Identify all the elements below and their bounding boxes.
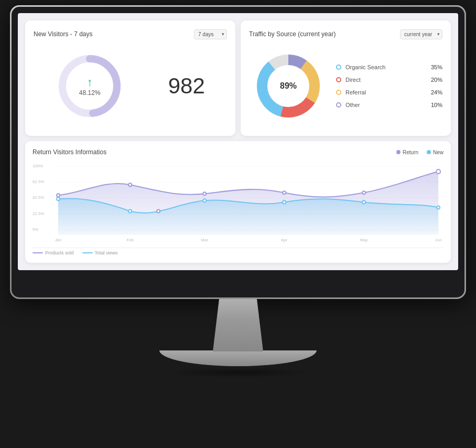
pie-center-text: 89% [280, 81, 297, 91]
monitor-bottom-bar [18, 272, 458, 282]
svg-text:62.5%: 62.5% [33, 179, 44, 184]
footer-line-views [82, 252, 93, 253]
top-row: New Visitors - 7 days 7 days 30 days 90 … [25, 20, 451, 136]
imac-container: New Visitors - 7 days 7 days 30 days 90 … [0, 0, 476, 448]
new-visitors-header: New Visitors - 7 days 7 days 30 days 90 … [34, 29, 227, 39]
visitors-content: ↑ 48.12% 982 [34, 45, 227, 127]
svg-text:Jun: Jun [435, 238, 442, 242]
footer-views: Total views [82, 250, 118, 255]
dashboard: New Visitors - 7 days 7 days 30 days 90 … [18, 13, 458, 270]
svg-point-27 [203, 199, 206, 202]
new-visitors-title: New Visitors - 7 days [34, 30, 92, 38]
legend-new-dot [427, 150, 431, 154]
legend-item-referral: Referral 24% [336, 89, 442, 95]
chart-footer: Products sold Total views [33, 248, 443, 255]
visitors-count: 982 [168, 73, 205, 99]
traffic-card: Traffic by Source (current year) current… [241, 20, 451, 136]
chart-legend: Return New [396, 150, 443, 155]
svg-point-30 [437, 206, 440, 209]
return-visitors-title: Return Visitors Informatios [33, 148, 106, 156]
legend-pct-organic: 35% [431, 64, 442, 70]
return-visitors-header: Return Visitors Informatios Return New [33, 148, 443, 156]
legend-pct-direct: 20% [431, 77, 442, 83]
legend-label-referral: Referral [345, 89, 427, 95]
stand-neck [207, 299, 269, 351]
svg-point-29 [362, 201, 365, 204]
traffic-dropdown[interactable]: current year last year [400, 29, 442, 39]
svg-text:Feb: Feb [126, 238, 134, 242]
footer-products: Products sold [33, 250, 74, 255]
svg-point-28 [283, 201, 286, 204]
traffic-legend: Organic Search 35% Direct 20% [336, 64, 442, 108]
svg-text:May: May [360, 238, 368, 242]
legend-dot-direct [336, 77, 341, 82]
legend-item-other: Other 10% [336, 102, 442, 108]
monitor-bezel: New Visitors - 7 days 7 days 30 days 90 … [12, 7, 464, 297]
svg-point-24 [436, 169, 440, 174]
svg-point-26 [128, 210, 132, 213]
legend-label-other: Other [345, 102, 427, 108]
traffic-title: Traffic by Source (current year) [249, 30, 336, 38]
svg-point-23 [362, 191, 365, 194]
svg-text:42.5%: 42.5% [33, 195, 44, 200]
svg-point-25 [57, 198, 60, 201]
legend-dot-other [336, 102, 341, 108]
legend-return-dot [396, 150, 401, 154]
legend-item-organic: Organic Search 35% [336, 64, 442, 70]
donut-percent: 48.12% [79, 89, 101, 97]
legend-label-organic: Organic Search [345, 64, 427, 70]
stand-reflection [165, 367, 311, 378]
footer-line-products [33, 252, 43, 253]
legend-new-label: New [433, 150, 443, 155]
footer-label-products: Products sold [45, 250, 74, 255]
legend-return: Return [396, 150, 418, 155]
legend-label-direct: Direct [345, 77, 427, 83]
svg-text:100%: 100% [33, 164, 43, 168]
legend-item-direct: Direct 20% [336, 77, 442, 83]
monitor-frame: New Visitors - 7 days 7 days 30 days 90 … [10, 5, 466, 299]
monitor-screen: New Visitors - 7 days 7 days 30 days 90 … [18, 13, 458, 270]
legend-dot-organic [336, 65, 341, 70]
line-chart-svg: 100% 62.5% 42.5% 22.5% 5% [33, 161, 443, 246]
up-arrow-icon: ↑ [79, 76, 101, 89]
pie-chart: 89% [249, 47, 328, 125]
footer-label-views: Total views [95, 250, 118, 255]
svg-point-20 [157, 210, 160, 213]
legend-pct-referral: 24% [431, 89, 442, 95]
svg-text:Jan: Jan [55, 238, 62, 242]
new-visitors-dropdown[interactable]: 7 days 30 days 90 days [194, 29, 227, 39]
svg-point-18 [57, 194, 60, 197]
legend-return-label: Return [403, 150, 418, 155]
svg-point-19 [128, 183, 132, 186]
donut-chart: ↑ 48.12% [56, 52, 124, 120]
chart-area: 100% 62.5% 42.5% 22.5% 5% [33, 161, 443, 246]
return-visitors-card: Return Visitors Informatios Return New [25, 141, 451, 263]
svg-text:5%: 5% [33, 227, 38, 232]
traffic-dropdown-wrapper[interactable]: current year last year [400, 29, 442, 39]
new-visitors-card: New Visitors - 7 days 7 days 30 days 90 … [25, 20, 235, 136]
svg-point-22 [283, 191, 286, 194]
legend-new: New [427, 150, 443, 155]
new-visitors-dropdown-wrapper[interactable]: 7 days 30 days 90 days [194, 29, 227, 39]
donut-text: ↑ 48.12% [79, 76, 101, 97]
legend-pct-other: 10% [431, 102, 442, 108]
legend-dot-referral [336, 90, 341, 95]
svg-point-21 [203, 192, 206, 195]
svg-text:Mar: Mar [201, 238, 209, 242]
traffic-header: Traffic by Source (current year) current… [249, 29, 442, 39]
stand-base [159, 350, 317, 366]
svg-text:22.5%: 22.5% [33, 211, 44, 216]
traffic-content: 89% Organic Search 35% [249, 45, 442, 127]
svg-text:Apr: Apr [281, 238, 288, 242]
